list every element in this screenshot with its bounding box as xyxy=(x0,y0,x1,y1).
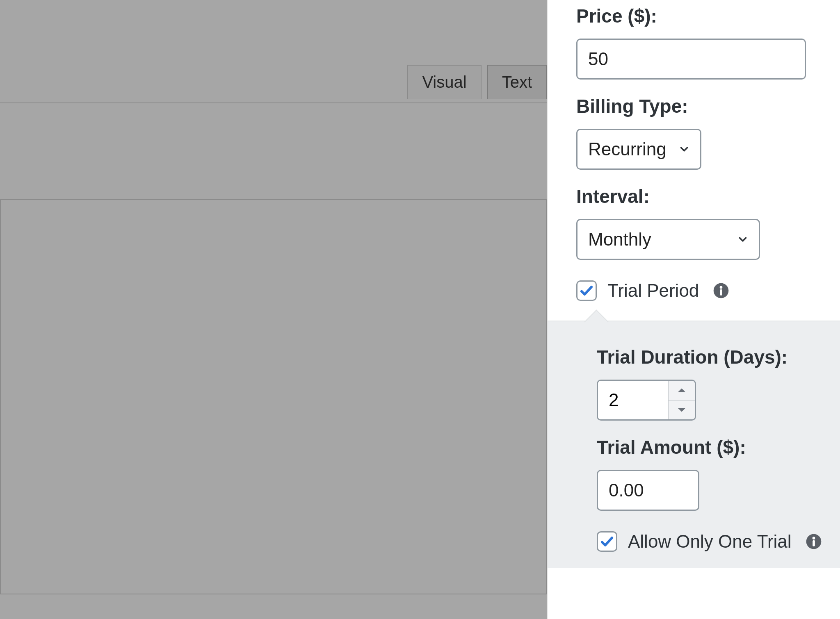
trial-amount-input[interactable] xyxy=(597,470,699,511)
trial-period-label: Trial Period xyxy=(607,280,699,301)
billing-type-select[interactable]: Recurring xyxy=(576,129,701,170)
price-label: Price ($): xyxy=(576,5,840,27)
tab-visual[interactable]: Visual xyxy=(407,65,481,99)
svg-marker-3 xyxy=(678,389,685,392)
trial-period-row: Trial Period xyxy=(576,280,840,301)
chevron-down-icon xyxy=(737,233,749,246)
trial-duration-label: Trial Duration (Days): xyxy=(597,346,840,368)
editor-panel: Visual Text xyxy=(0,0,547,619)
allow-one-trial-row: Allow Only One Trial xyxy=(597,531,840,552)
tab-text[interactable]: Text xyxy=(487,65,547,99)
interval-label: Interval: xyxy=(576,185,840,207)
billing-type-label: Billing Type: xyxy=(576,95,840,117)
svg-rect-2 xyxy=(720,289,723,296)
settings-panel: Price ($): Billing Type: Recurring Inter… xyxy=(547,0,840,619)
interval-value: Monthly xyxy=(588,229,651,250)
editor-tabs: Visual Text xyxy=(407,65,547,99)
trial-period-checkbox[interactable] xyxy=(576,280,597,301)
stepper-down-button[interactable] xyxy=(669,401,695,420)
allow-one-trial-label: Allow Only One Trial xyxy=(628,531,792,552)
svg-point-1 xyxy=(720,286,723,289)
info-icon[interactable] xyxy=(806,533,822,550)
editor-body[interactable] xyxy=(0,200,547,594)
trial-settings-panel: Trial Duration (Days): Trial Amount ($): xyxy=(548,321,840,568)
svg-point-6 xyxy=(812,537,815,539)
info-icon[interactable] xyxy=(713,282,729,299)
price-input[interactable] xyxy=(576,39,806,80)
svg-marker-4 xyxy=(678,408,685,412)
billing-type-value: Recurring xyxy=(588,139,667,159)
chevron-down-icon xyxy=(678,143,690,155)
svg-rect-7 xyxy=(813,540,815,546)
stepper-buttons xyxy=(668,381,695,419)
allow-one-trial-checkbox[interactable] xyxy=(597,531,617,552)
interval-select[interactable]: Monthly xyxy=(576,219,760,260)
editor-toolbar xyxy=(0,102,547,200)
trial-duration-stepper xyxy=(597,380,696,421)
trial-amount-label: Trial Amount ($): xyxy=(597,436,840,458)
trial-duration-input[interactable] xyxy=(598,381,668,419)
stepper-up-button[interactable] xyxy=(669,381,695,401)
